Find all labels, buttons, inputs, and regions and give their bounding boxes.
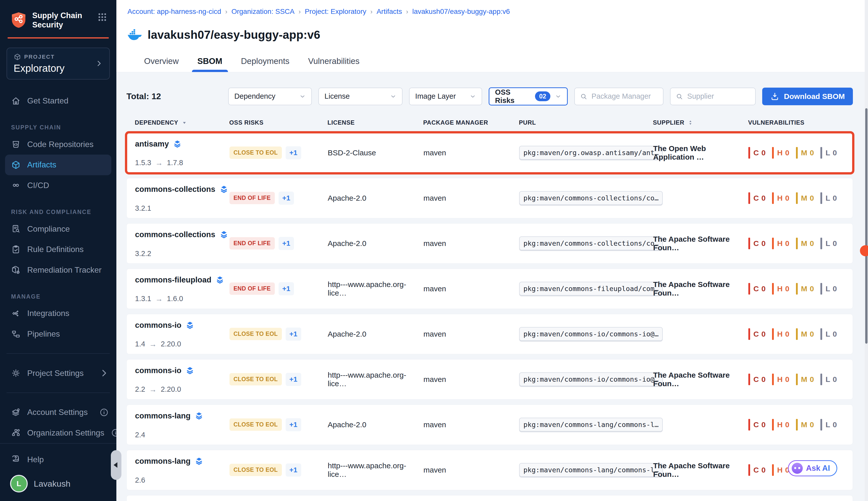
sidebar-item-pipelines[interactable]: Pipelines (0, 324, 116, 344)
package-manager-search-input[interactable] (591, 92, 658, 101)
dependency-version: 3.2.2 (135, 249, 151, 258)
ask-ai-button[interactable]: Ask AI (788, 460, 837, 476)
sidebar-item-compliance[interactable]: Compliance (0, 218, 116, 239)
license-cell: BSD-2-Clause (328, 149, 423, 157)
purl-pill[interactable]: pkg:maven/commons-io/commons-io@… (519, 372, 663, 386)
dependency-version: 2.6 (135, 476, 145, 484)
vuln-segment: H0 (772, 147, 790, 159)
vuln-severity-label: C (753, 466, 759, 474)
table-row[interactable]: commons-fileupload 1.3.1 → 1.6.0 END OF … (126, 269, 853, 309)
sidebar-item-label: Integrations (27, 309, 69, 318)
sidebar-item-label: Remediation Tracker (27, 265, 102, 275)
integrations-icon (11, 309, 21, 318)
oss-risks-cell: CLOSE TO EOL +1 (230, 418, 328, 431)
oss-risk-more-chip[interactable]: +1 (286, 418, 301, 431)
info-icon[interactable] (99, 408, 109, 417)
breadcrumb-account[interactable]: Account: app-harness-ng-cicd (127, 8, 221, 15)
tab-vulnerabilities[interactable]: Vulnerabilities (308, 56, 359, 72)
sidebar-item-artifacts[interactable]: Artifacts (5, 154, 111, 175)
oss-risk-more-chip[interactable]: +1 (278, 282, 294, 295)
oss-risk-more-chip[interactable]: +1 (286, 463, 301, 477)
sidebar-item-rule-definitions[interactable]: Rule Definitions (0, 239, 116, 260)
supplier-search-input[interactable] (687, 92, 750, 101)
sidebar-item-label: Rule Definitions (27, 245, 84, 254)
table-row[interactable]: commons-io 1.4 → 2.20.0 CLOSE TO EOL +1 … (126, 314, 853, 354)
vuln-count: 0 (833, 285, 837, 293)
dependency-filter-dropdown[interactable]: Dependency (228, 88, 312, 105)
tab-deployments[interactable]: Deployments (241, 56, 290, 72)
vuln-segment: C0 (748, 192, 766, 204)
table-row[interactable]: antisamy 1.5.3 → 1.7.8 CLOSE TO EOL +1 B… (126, 133, 853, 173)
sidebar-item-integrations[interactable]: Integrations (0, 303, 116, 324)
sidebar-item-cicd[interactable]: CI/CD (0, 175, 116, 196)
chevron-down-icon (390, 93, 396, 100)
vuln-severity-label: L (825, 330, 830, 338)
oss-risks-cell: CLOSE TO EOL +1 (230, 146, 328, 159)
table-row[interactable]: commons-collections 3.2.1 END OF LIFE +1… (126, 178, 853, 218)
breadcrumb-artifact-name[interactable]: lavakush07/easy-buggy-app:v6 (412, 8, 510, 15)
vuln-segment: L0 (821, 192, 837, 204)
sidebar-item-account-settings[interactable]: Account Settings (0, 402, 116, 423)
scrollbar-thumb[interactable] (865, 108, 868, 344)
low-bar (821, 147, 822, 159)
medium-bar (796, 147, 798, 159)
vuln-count: 0 (785, 194, 790, 202)
version-current: 2.6 (135, 476, 145, 484)
dependency-name: commons-fileupload (135, 275, 211, 285)
app-switcher-grid-icon[interactable] (97, 12, 107, 22)
purl-pill[interactable]: pkg:maven/commons-lang/commons-l… (519, 418, 663, 431)
info-icon[interactable] (111, 428, 116, 438)
medium-bar (796, 419, 798, 430)
license-filter-dropdown[interactable]: License (318, 88, 403, 105)
column-label: OSS RISKS (229, 119, 264, 126)
oss-risk-more-chip[interactable]: +1 (278, 237, 294, 250)
dependency-cell: commons-lang 2.6 (135, 450, 230, 490)
column-header-dependency[interactable]: DEPENDENCY (135, 119, 229, 126)
sidebar-item-help[interactable]: Help (0, 451, 116, 468)
breadcrumb-project[interactable]: Project: Exploratory (305, 8, 366, 15)
purl-pill[interactable]: pkg:maven/commons-fileupload/com… (519, 282, 663, 296)
section-manage: MANAGE (11, 293, 116, 300)
oss-risk-more-chip[interactable]: +1 (278, 192, 294, 205)
package-manager-cell: maven (423, 375, 519, 384)
download-sbom-button[interactable]: Download SBOM (762, 88, 853, 105)
purl-pill[interactable]: pkg:maven/org.owasp.antisamy/ant… (519, 146, 663, 160)
table-row[interactable]: esapi END OF LIFE +1 BSD-Creative Common… (126, 495, 853, 501)
breadcrumb-organization[interactable]: Organization: SSCA (232, 8, 295, 15)
table-row[interactable]: commons-lang 2.4 CLOSE TO EOL +1 Apache-… (126, 405, 853, 445)
vuln-severity-label: H (777, 239, 783, 248)
dependency-name: antisamy (135, 139, 169, 149)
table-row[interactable]: commons-io 2.2 → 2.20.0 CLOSE TO EOL +1 … (126, 359, 853, 399)
column-header-license: LICENSE (327, 119, 423, 126)
version-current: 2.2 (135, 385, 145, 394)
oss-risk-more-chip[interactable]: +1 (286, 373, 301, 386)
image-layer-filter-dropdown[interactable]: Image Layer (409, 88, 482, 105)
version-new: 2.20.0 (161, 340, 181, 348)
tab-overview[interactable]: Overview (144, 56, 179, 72)
purl-pill[interactable]: pkg:maven/commons-io/commons-io@… (519, 327, 663, 341)
oss-risks-filter-dropdown[interactable]: OSS Risks 02 (489, 87, 568, 106)
page-header: Account: app-harness-ng-cicd › Organizat… (116, 0, 868, 72)
oss-risk-more-chip[interactable]: +1 (286, 328, 301, 341)
table-row[interactable]: commons-collections 3.2.2 END OF LIFE +1… (126, 223, 853, 264)
sidebar-item-get-started[interactable]: Get Started (0, 90, 116, 111)
sidebar-item-remediation-tracker[interactable]: Remediation Tracker (0, 260, 116, 280)
vuln-segment: H0 (772, 419, 790, 430)
column-header-supplier[interactable]: SUPPLIER (653, 119, 748, 126)
vuln-count: 0 (761, 285, 766, 293)
project-selector[interactable]: PROJECT Exploratory (7, 47, 110, 79)
tab-sbom[interactable]: SBOM (198, 56, 222, 72)
sidebar-collapse-handle[interactable] (111, 450, 121, 480)
purl-pill[interactable]: pkg:maven/commons-collections/co… (519, 236, 663, 250)
breadcrumb-artifacts[interactable]: Artifacts (377, 8, 402, 15)
oss-risk-more-chip[interactable]: +1 (286, 146, 301, 159)
total-count: Total: 12 (126, 92, 161, 101)
sidebar-item-code-repositories[interactable]: Code Repositories (0, 134, 116, 154)
purl-pill[interactable]: pkg:maven/commons-collections/co… (519, 191, 663, 205)
user-menu[interactable]: L Lavakush (0, 468, 116, 492)
sidebar-item-organization-settings[interactable]: Organization Settings (0, 423, 116, 443)
table-row[interactable]: commons-lang 2.6 CLOSE TO EOL +1 http---… (126, 450, 853, 490)
vuln-count: 0 (833, 420, 837, 429)
purl-pill[interactable]: pkg:maven/commons-lang/commons-l… (519, 463, 663, 477)
sidebar-item-project-settings[interactable]: Project Settings (0, 363, 116, 383)
